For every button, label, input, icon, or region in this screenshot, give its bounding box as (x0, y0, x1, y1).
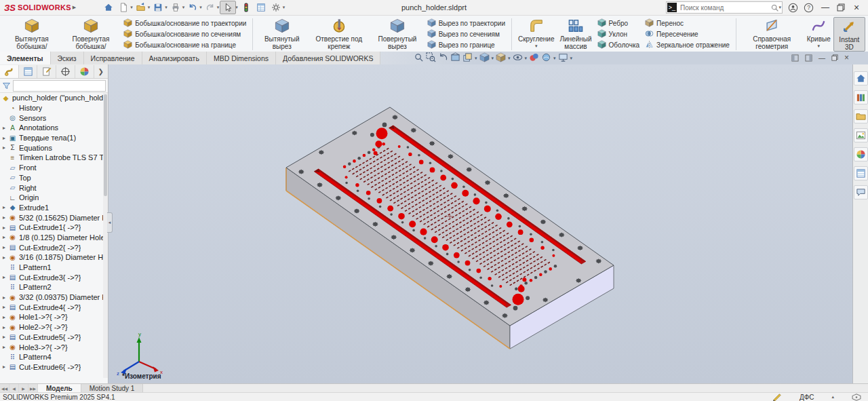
panel-tabs-overflow-icon[interactable]: ❯ (94, 68, 108, 75)
expand-arrow-icon[interactable]: ▸ (0, 234, 8, 240)
drawing-view-icon[interactable] (462, 52, 473, 64)
print-dropdown-icon[interactable]: ▾ (182, 5, 185, 10)
draft-button[interactable]: Уклон (597, 29, 640, 39)
design-library-tab[interactable] (854, 90, 868, 104)
tree-item[interactable]: ▸ A Annotations (0, 123, 103, 133)
view-orientation-dropdown-icon[interactable]: ▾ (492, 56, 494, 61)
tree-item[interactable]: ▸ ▤ Cut-Extrude5{ ->?} (0, 332, 103, 343)
cut-revolve-button[interactable]: Повернутый вырез (370, 17, 424, 52)
tree-item[interactable]: ▱ Front (0, 163, 103, 173)
filter-funnel-icon[interactable] (2, 81, 11, 90)
move-button[interactable]: Перенос (645, 18, 730, 28)
tree-item[interactable]: ⠿ LPattern1 (0, 263, 103, 273)
fillet-button[interactable]: Скругление▾ (515, 17, 557, 52)
print-button[interactable] (168, 1, 183, 14)
propertymanager-tab[interactable] (19, 65, 38, 78)
rib-button[interactable]: Ребро (597, 18, 640, 28)
punch-holder-model[interactable]: yxz (108, 64, 852, 383)
previous-view-icon[interactable] (438, 52, 448, 64)
expand-arrow-icon[interactable]: ▸ (0, 304, 8, 310)
tree-item[interactable]: ▸ ◉ 3/16 (0.1875) Diameter Hole1->?{ (0, 252, 103, 263)
apply-scene-dropdown-icon[interactable]: ▾ (553, 56, 556, 61)
dimxpertmanager-tab[interactable] (56, 65, 75, 78)
zoom-fit-icon[interactable] (414, 52, 424, 64)
curves-dropdown-icon[interactable]: ▾ (818, 43, 821, 49)
tree-item[interactable]: ▸ ▣ Твердые тела(1) (0, 133, 103, 143)
select-button[interactable] (220, 1, 236, 14)
redo-button[interactable] (203, 1, 218, 14)
hide-show-items-dropdown-icon[interactable]: ▾ (525, 56, 528, 61)
help-icon[interactable]: ? (804, 3, 814, 13)
expand-arrow-icon[interactable]: ▸ (0, 145, 8, 151)
display-settings-button[interactable] (254, 1, 269, 14)
tree-item[interactable]: ◔ History (0, 103, 103, 113)
curves-button[interactable]: Кривые▾ (804, 17, 833, 52)
options-button[interactable] (269, 1, 283, 14)
open-dropdown-icon[interactable]: ▾ (148, 5, 151, 10)
open-button[interactable] (134, 1, 149, 14)
hide-show-items-icon[interactable] (513, 52, 523, 64)
tree-item[interactable]: ▸ ◉ Hole2->?{ ->?} (0, 322, 103, 332)
search-input[interactable] (679, 3, 770, 12)
boss-extrude-button[interactable]: Вытянутая бобышка/основание (3, 17, 61, 52)
view-settings-dropdown-icon[interactable]: ▾ (570, 56, 573, 61)
collapse-right-icon[interactable] (805, 54, 812, 62)
tab-эскиз[interactable]: Эскиз (51, 52, 84, 64)
search-dropdown-icon[interactable]: ▾ (778, 5, 781, 10)
expand-arrow-icon[interactable]: ▸ (0, 125, 8, 131)
undo-dropdown-icon[interactable]: ▾ (199, 5, 202, 10)
configurationmanager-tab[interactable] (37, 65, 56, 78)
redo-dropdown-icon[interactable]: ▾ (217, 5, 220, 10)
boss-sweep-button[interactable]: Бобышка/основание по траектории (123, 18, 246, 28)
doc-restore-button[interactable] (831, 54, 838, 61)
tree-item[interactable]: ▸ ◉ Hole1->?{ ->?} (0, 312, 103, 322)
tab-mbd-dimensions[interactable]: MBD Dimensions (207, 52, 276, 64)
tree-item[interactable]: ▸ ▤ Cut-Extrude4{ ->?} (0, 302, 103, 312)
tree-scrollbar[interactable] (103, 93, 108, 378)
options-dropdown-icon[interactable]: ▾ (283, 5, 285, 10)
reference-geometry-button[interactable]: Справочная геометрия▾ (740, 17, 804, 52)
restore-button[interactable] (837, 3, 845, 12)
hole-wizard-button[interactable]: Отверстие под крепеж▾ (307, 17, 370, 52)
tree-item[interactable]: ▸ Σ Equations (0, 142, 103, 153)
tree-item[interactable]: ▱ Top (0, 173, 103, 183)
boss-boundary-button[interactable]: Бобышка/основание на границе (123, 40, 246, 50)
new-document-button[interactable] (116, 1, 131, 14)
home-button[interactable] (101, 1, 116, 14)
graphics-area[interactable]: yxz *Изометрия (108, 64, 852, 383)
tree-item[interactable]: ▸ ◉ 5/32 (0.15625) Diameter Hole1->? (0, 212, 103, 223)
tree-item[interactable]: ▱ Right (0, 183, 103, 193)
status-expand-icon[interactable]: ▴ (831, 394, 834, 400)
save-dropdown-icon[interactable]: ▾ (165, 5, 167, 10)
expand-arrow-icon[interactable]: ▸ (0, 324, 8, 330)
save-button[interactable] (151, 1, 165, 14)
shell-button[interactable]: Оболочка (597, 40, 640, 50)
tree-item[interactable]: ▸ ◉ 1/8 (0.125) Diameter Hole1->?{ -> (0, 233, 103, 243)
boss-loft-button[interactable]: Бобышка/основание по сечениям (123, 29, 246, 39)
undo-button[interactable] (185, 1, 200, 14)
tree-item[interactable]: ▸ ◆ Extrude1 (0, 203, 103, 213)
expand-arrow-icon[interactable]: ▸ (0, 135, 8, 141)
appearances-tab[interactable] (854, 147, 868, 161)
cut-boundary-button[interactable]: Вырез по границе (427, 40, 505, 50)
intersect-button[interactable]: Пересечение (645, 29, 730, 39)
tree-item[interactable]: ◎ Sensors (0, 113, 103, 123)
panel-collapse-handle[interactable]: ◂ (107, 212, 113, 233)
file-explorer-tab[interactable] (854, 109, 868, 123)
fillet-dropdown-icon[interactable]: ▾ (535, 43, 538, 49)
expand-arrow-icon[interactable]: ▸ (0, 225, 8, 231)
tab-исправление[interactable]: Исправление (84, 52, 142, 64)
tree-item[interactable]: ⠿ LPattern2 (0, 282, 103, 292)
unit-system-label[interactable]: ДФС (800, 394, 814, 401)
forum-tab[interactable] (854, 185, 868, 199)
tab-элементы[interactable]: Элементы (0, 52, 51, 64)
expand-arrow-icon[interactable]: ▸ (0, 364, 8, 370)
display-style-icon[interactable] (496, 52, 506, 64)
tag-icon[interactable] (852, 394, 861, 401)
view-settings-icon[interactable] (558, 52, 568, 64)
rebuild-button[interactable] (239, 1, 254, 14)
custom-properties-tab[interactable] (854, 166, 868, 180)
expand-arrow-icon[interactable]: ▸ (0, 344, 8, 350)
logo-expand-icon[interactable]: ▶ (73, 5, 76, 10)
tree-item[interactable]: ⠿ LPattern4 (0, 352, 103, 362)
